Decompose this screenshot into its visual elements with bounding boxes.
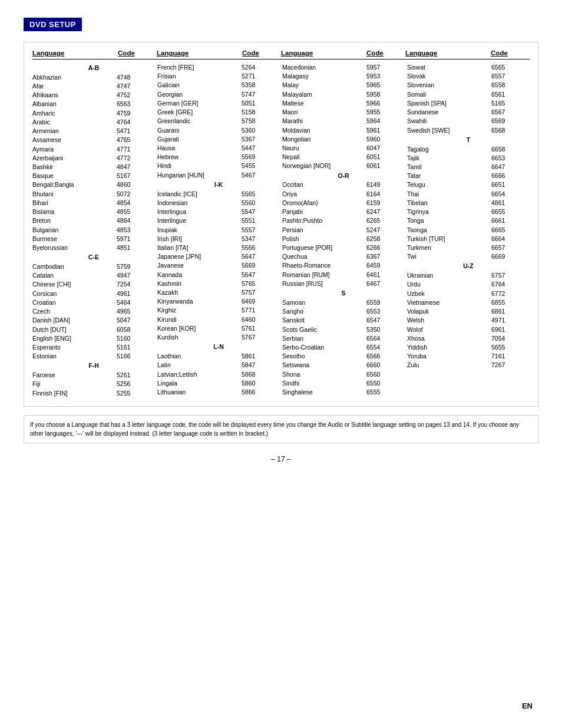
table-row: Aymara4771 bbox=[32, 145, 155, 154]
table-row: Kirghiz5771 bbox=[157, 306, 280, 315]
language-code: 6655 bbox=[491, 207, 530, 216]
table-row: Macedonian5957 bbox=[282, 63, 405, 72]
table-row: Italian [ITA]5566 bbox=[157, 243, 280, 252]
language-name: Hindi bbox=[157, 162, 242, 170]
page-title: DVD SETUP bbox=[24, 18, 82, 31]
table-row: T bbox=[407, 135, 530, 145]
table-row: Polish6258 bbox=[282, 235, 405, 243]
language-name: Nepali bbox=[282, 153, 366, 162]
language-code: 5955 bbox=[366, 108, 405, 117]
table-row: Bislama4855 bbox=[32, 207, 155, 216]
table-row: Yiddish5655 bbox=[407, 343, 530, 352]
language-name: Abkhazian bbox=[32, 73, 117, 82]
language-code: 5271 bbox=[242, 72, 280, 81]
table-row: Slovenian6558 bbox=[407, 81, 530, 90]
language-name: Sangho bbox=[282, 307, 366, 316]
table-row: O-R bbox=[282, 171, 405, 181]
table-row: Basque5167 bbox=[32, 172, 155, 180]
data-columns: A-BAbkhazian4748Afar4747Afrikaans4752Alb… bbox=[32, 63, 530, 398]
language-name: Corsican bbox=[32, 289, 117, 298]
data-col-1: A-BAbkhazian4748Afar4747Afrikaans4752Alb… bbox=[32, 63, 155, 398]
language-name: Kashmiri bbox=[157, 279, 242, 288]
language-code: 5647 bbox=[242, 271, 280, 279]
language-name: Yiddish bbox=[407, 343, 491, 352]
language-code: 5965 bbox=[366, 81, 405, 90]
language-code: 5551 bbox=[242, 216, 280, 225]
table-row: A-B bbox=[32, 63, 155, 73]
language-name: Oromo(Afan) bbox=[282, 199, 366, 207]
language-code: 6658 bbox=[491, 145, 530, 154]
table-row: Laothian5861 bbox=[157, 352, 280, 361]
table-row: Sindhi6550 bbox=[282, 379, 405, 388]
language-name: Serbo-Croatian bbox=[282, 343, 366, 352]
language-name: English [ENG] bbox=[32, 334, 117, 343]
language-code: 6568 bbox=[491, 126, 530, 135]
language-name: Danish [DAN] bbox=[32, 316, 117, 325]
language-code: 5566 bbox=[242, 243, 280, 252]
language-name: Greek [GRE] bbox=[157, 108, 242, 117]
language-code: 6461 bbox=[366, 271, 405, 279]
table-row: Breton4864 bbox=[32, 216, 155, 225]
language-name: Bhutani bbox=[32, 190, 117, 199]
language-name: Amharic bbox=[32, 109, 117, 118]
language-code: 5861 bbox=[242, 352, 280, 361]
language-name: Tajik bbox=[407, 154, 491, 163]
language-code: 6561 bbox=[491, 90, 530, 99]
section-header: A-B bbox=[32, 63, 155, 73]
table-row: C-E bbox=[32, 252, 155, 262]
table-row: German [GER]5051 bbox=[157, 99, 280, 108]
language-name: Esperanto bbox=[32, 343, 117, 352]
language-name: Basque bbox=[32, 172, 117, 180]
language-code: 5167 bbox=[117, 172, 155, 180]
language-code: 5565 bbox=[242, 190, 280, 199]
table-row: Setswana6660 bbox=[282, 361, 405, 370]
table-row: L-N bbox=[157, 342, 280, 352]
language-name: Korean [KOR] bbox=[157, 324, 242, 333]
language-name: Armenian bbox=[32, 127, 117, 136]
language-name: Inupiak bbox=[157, 226, 242, 235]
language-code: 6666 bbox=[491, 172, 530, 180]
language-code: 6553 bbox=[366, 307, 405, 316]
language-code: 6247 bbox=[366, 207, 405, 216]
language-name: Burmese bbox=[32, 235, 117, 243]
language-code: 5247 bbox=[366, 226, 405, 235]
table-row: Siswat6565 bbox=[407, 63, 530, 72]
table-row: Scots Gaelic5350 bbox=[282, 325, 405, 334]
language-name: Japanese [JPN] bbox=[157, 252, 242, 261]
table-row: Galician5358 bbox=[157, 81, 280, 90]
language-name: Azerbaijani bbox=[32, 154, 117, 163]
table-row: Samoan6559 bbox=[282, 298, 405, 307]
table-row: Frisian5271 bbox=[157, 72, 280, 81]
table-row: Vietnamese6855 bbox=[407, 298, 530, 307]
table-row: Cambodian5759 bbox=[32, 262, 155, 271]
table-row: Tigrinya6655 bbox=[407, 207, 530, 216]
language-code: 6559 bbox=[366, 298, 405, 307]
language-name: Turkmen bbox=[407, 243, 491, 252]
language-name: Sesotho bbox=[282, 352, 366, 361]
language-code: 5957 bbox=[366, 63, 405, 72]
language-code: 6149 bbox=[366, 180, 405, 189]
language-name: Aymara bbox=[32, 145, 117, 154]
language-name: Urdu bbox=[407, 280, 491, 289]
language-code: 5847 bbox=[242, 361, 280, 370]
table-row: Lithuanian5866 bbox=[157, 388, 280, 397]
language-code: 5455 bbox=[242, 162, 280, 170]
language-name: Sundanese bbox=[407, 108, 491, 117]
language-name: Italian [ITA] bbox=[157, 243, 242, 252]
language-name: Norwegian [NOR] bbox=[282, 162, 366, 170]
language-code: 6651 bbox=[491, 180, 530, 189]
table-row: Oromo(Afan)6159 bbox=[282, 199, 405, 207]
language-name: Breton bbox=[32, 216, 117, 225]
table-row: Tamil6647 bbox=[407, 163, 530, 172]
col-header-code-1: Code bbox=[118, 50, 157, 57]
table-row: Uzbek6772 bbox=[407, 289, 530, 298]
language-code: 5158 bbox=[242, 108, 280, 117]
language-name: Latvian;Lettish bbox=[157, 370, 242, 379]
language-code: 4971 bbox=[491, 316, 530, 325]
language-code: 5467 bbox=[242, 171, 280, 180]
language-name: Finnish [FIN] bbox=[32, 389, 117, 398]
table-row: Inupiak5557 bbox=[157, 226, 280, 235]
language-code: 5447 bbox=[242, 144, 280, 153]
table-row: Japanese [JPN]5647 bbox=[157, 252, 280, 261]
table-row: Lingala5860 bbox=[157, 379, 280, 388]
